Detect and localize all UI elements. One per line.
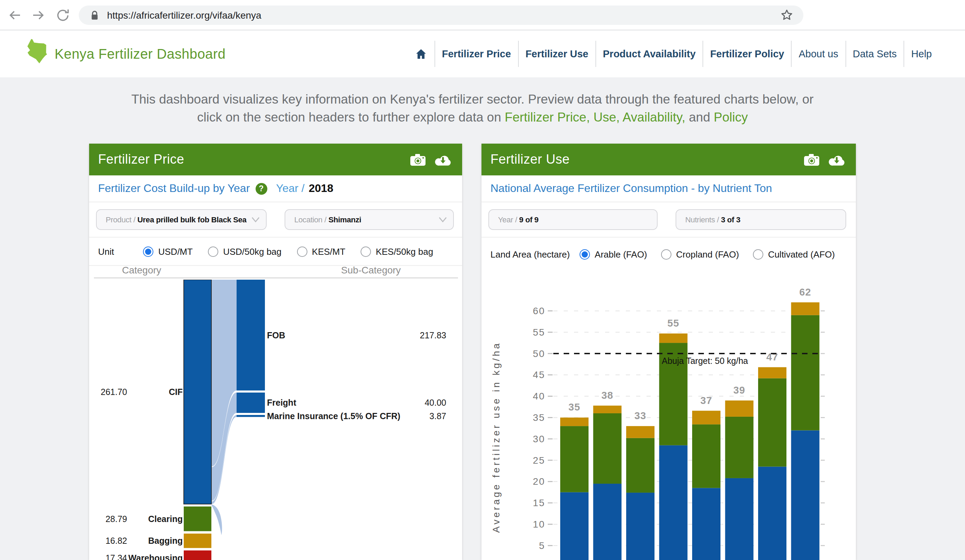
stack-bar-7-1[interactable] bbox=[791, 315, 819, 431]
stack-bar-5-2[interactable] bbox=[725, 400, 754, 417]
radio-selected[interactable] bbox=[579, 249, 590, 259]
stack-bar-4-1[interactable] bbox=[692, 424, 720, 488]
radio-selected[interactable] bbox=[143, 246, 153, 256]
bar-sub-1[interactable] bbox=[237, 393, 265, 413]
price-chart: 261.70CIF28.79Clearing16.82Bagging17.34W… bbox=[89, 280, 462, 560]
year-filter[interactable]: Year / 9 of 9 bbox=[488, 209, 658, 230]
svg-text:30: 30 bbox=[533, 434, 545, 444]
stack-bar-0-1[interactable] bbox=[560, 426, 589, 492]
land-option-arable[interactable]: Arable (FAO) bbox=[579, 249, 647, 259]
svg-text:25: 25 bbox=[533, 455, 545, 466]
download-icon[interactable] bbox=[828, 153, 845, 165]
bar-bagging[interactable] bbox=[184, 534, 211, 548]
unit-option-kes-50kg[interactable]: KES/50kg bag bbox=[361, 246, 433, 256]
svg-text:261.70: 261.70 bbox=[101, 387, 127, 397]
camera-icon[interactable] bbox=[804, 153, 819, 165]
stack-bar-1-0[interactable] bbox=[594, 484, 622, 560]
svg-text:Marine Insurance (1.5% OF CFR): Marine Insurance (1.5% OF CFR) bbox=[267, 411, 400, 421]
stack-bar-1-1[interactable] bbox=[594, 413, 622, 484]
land-area-label: Land Area (hectare) bbox=[491, 249, 570, 259]
bar-clearing[interactable] bbox=[184, 506, 211, 531]
nav-fertilizer-policy[interactable]: Fertilizer Policy bbox=[703, 41, 791, 67]
stack-bar-5-0[interactable] bbox=[725, 478, 754, 560]
nav-home[interactable] bbox=[407, 41, 435, 67]
use-chart: 510152025303540455055603538335537394762A… bbox=[481, 271, 856, 560]
svg-text:10: 10 bbox=[533, 519, 545, 530]
nav-about-us[interactable]: About us bbox=[791, 41, 846, 67]
stack-bar-1-2[interactable] bbox=[594, 406, 622, 413]
land-option-cultivated[interactable]: Cultivated (AFO) bbox=[753, 249, 835, 259]
stack-bar-0-0[interactable] bbox=[560, 492, 589, 560]
url-bar[interactable]: https://africafertilizer.org/vifaa/kenya bbox=[79, 5, 803, 25]
stack-bar-7-2[interactable] bbox=[791, 302, 819, 315]
location-filter[interactable]: Location / Shimanzi bbox=[285, 209, 454, 230]
intro-link-sections[interactable]: Fertilizer Price, Use, Availability, bbox=[505, 110, 685, 124]
nav-data-sets[interactable]: Data Sets bbox=[845, 41, 903, 67]
svg-text:28.79: 28.79 bbox=[105, 514, 127, 524]
nav-help[interactable]: Help bbox=[903, 41, 939, 67]
download-icon[interactable] bbox=[435, 153, 451, 165]
stack-bar-7-0[interactable] bbox=[791, 430, 819, 560]
intro-link-policy[interactable]: Policy bbox=[714, 110, 748, 124]
unit-option-kes-mt[interactable]: KES/MT bbox=[297, 246, 345, 256]
unit-option-usd-mt[interactable]: USD/MT bbox=[143, 246, 193, 256]
bar-total-label: 39 bbox=[733, 385, 745, 396]
svg-text:40: 40 bbox=[533, 391, 545, 402]
intro-line-1: This dashboard visualizes key informatio… bbox=[89, 90, 856, 108]
nav-product-availability[interactable]: Product Availability bbox=[595, 41, 703, 67]
bar-sub-0[interactable] bbox=[237, 280, 265, 390]
svg-text:45: 45 bbox=[533, 369, 545, 380]
abuja-target-label: Abuja Target: 50 kg/ha bbox=[662, 356, 748, 366]
product-filter[interactable]: Product / Urea prilled bulk fob Black Se… bbox=[96, 209, 267, 230]
stack-bar-4-0[interactable] bbox=[692, 488, 720, 560]
price-chart-title: Fertilizer Cost Build-up by Year bbox=[98, 182, 250, 195]
link-clearing-tail bbox=[212, 504, 222, 535]
lock-icon bbox=[88, 9, 101, 21]
stack-bar-3-2[interactable] bbox=[659, 333, 688, 343]
radio[interactable] bbox=[297, 246, 307, 256]
stack-bar-5-1[interactable] bbox=[725, 417, 754, 478]
bar-cif[interactable] bbox=[184, 280, 211, 504]
panel-title: Fertilizer Use bbox=[491, 152, 804, 167]
stack-bar-6-0[interactable] bbox=[758, 467, 787, 560]
stack-bar-0-2[interactable] bbox=[560, 417, 589, 426]
help-icon[interactable]: ? bbox=[255, 183, 267, 194]
svg-text:Clearing: Clearing bbox=[148, 514, 183, 524]
chevron-down-icon bbox=[252, 217, 260, 222]
fertilizer-price-header[interactable]: Fertilizer Price bbox=[89, 144, 462, 175]
back-icon[interactable] bbox=[7, 8, 22, 23]
radio[interactable] bbox=[208, 246, 218, 256]
stack-bar-2-1[interactable] bbox=[626, 438, 654, 493]
stack-bar-2-0[interactable] bbox=[626, 493, 654, 560]
stack-bar-6-2[interactable] bbox=[758, 367, 787, 379]
bar-total-label: 55 bbox=[667, 318, 679, 329]
url-text: https://africafertilizer.org/vifaa/kenya bbox=[107, 10, 262, 21]
radio[interactable] bbox=[661, 249, 671, 259]
unit-option-usd-50kg[interactable]: USD/50kg bag bbox=[208, 246, 281, 256]
radio[interactable] bbox=[753, 249, 763, 259]
reload-icon[interactable] bbox=[55, 8, 70, 23]
stack-bar-4-2[interactable] bbox=[692, 411, 720, 424]
radio[interactable] bbox=[361, 246, 371, 256]
year-filter-label[interactable]: Year / bbox=[276, 182, 304, 195]
stack-bar-6-1[interactable] bbox=[758, 379, 787, 467]
land-option-cropland[interactable]: Cropland (FAO) bbox=[661, 249, 739, 259]
intro-text: This dashboard visualizes key informatio… bbox=[89, 90, 856, 126]
svg-text:55: 55 bbox=[533, 327, 545, 338]
nav-fertilizer-use[interactable]: Fertilizer Use bbox=[518, 41, 595, 67]
bookmark-star-icon[interactable] bbox=[780, 8, 794, 22]
stack-bar-3-0[interactable] bbox=[659, 446, 688, 560]
fertilizer-use-header[interactable]: Fertilizer Use bbox=[481, 144, 856, 175]
main-nav: Fertilizer Price Fertilizer Use Product … bbox=[407, 41, 939, 67]
nutrients-filter[interactable]: Nutrients / 3 of 3 bbox=[676, 209, 846, 230]
stack-bar-2-2[interactable] bbox=[626, 426, 654, 438]
bar-total-label: 37 bbox=[700, 395, 712, 406]
page: https://africafertilizer.org/vifaa/kenya… bbox=[0, 0, 965, 560]
bar-total-label: 38 bbox=[601, 390, 613, 401]
bar-warehousing[interactable] bbox=[184, 550, 211, 560]
axis-line bbox=[94, 278, 458, 278]
nav-fertilizer-price[interactable]: Fertilizer Price bbox=[435, 41, 518, 67]
bar-sub-2[interactable] bbox=[237, 415, 265, 417]
camera-icon[interactable] bbox=[410, 153, 425, 165]
forward-icon[interactable] bbox=[31, 8, 46, 23]
